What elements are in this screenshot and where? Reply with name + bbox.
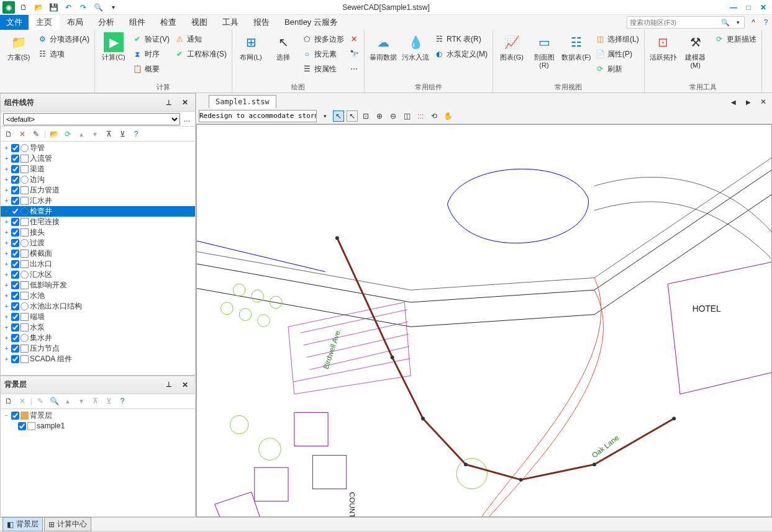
zoom-extent-icon[interactable]: ⊡ xyxy=(360,110,371,122)
doc-close-icon[interactable]: ✕ xyxy=(757,96,770,108)
panel-close-icon[interactable]: ✕ xyxy=(179,96,191,109)
attrs-button[interactable]: 📄属性(P) xyxy=(594,47,640,61)
sort1-icon[interactable]: ⊼ xyxy=(103,128,114,140)
tree-item[interactable]: +集水井 xyxy=(1,333,195,343)
tree-item[interactable]: +低影响开发 xyxy=(1,280,195,291)
close-icon[interactable]: ✕ xyxy=(757,1,770,14)
tab-home[interactable]: 主页 xyxy=(29,15,60,30)
bg-edit-icon[interactable]: ✎ xyxy=(35,395,46,407)
timeseq-button[interactable]: ⧗时序 xyxy=(131,47,171,61)
tree-item[interactable]: +住宅连接 xyxy=(1,217,195,227)
zoom-out-icon[interactable]: ⊖ xyxy=(388,110,399,122)
select-button[interactable]: ↖ 选择 xyxy=(268,32,298,61)
panel2-close-icon[interactable]: ✕ xyxy=(179,379,191,391)
redo-icon[interactable]: ↷ xyxy=(77,1,89,14)
pan-icon[interactable]: ✋ xyxy=(442,110,453,122)
partial-select-button[interactable]: ⚙分项选择(A) xyxy=(36,32,91,46)
tree-item[interactable]: +边沟 xyxy=(1,174,195,185)
up-icon[interactable]: ▴ xyxy=(76,128,87,140)
rtk-button[interactable]: ☵RTK 表(R) xyxy=(433,32,489,46)
bg-new-icon[interactable]: 🗋 xyxy=(3,395,14,407)
bg-help-icon[interactable]: ? xyxy=(117,395,128,407)
tab-analysis[interactable]: 分析 xyxy=(91,15,122,30)
scenario-input[interactable] xyxy=(199,110,317,122)
profile-button[interactable]: ▭ 剖面图(R) xyxy=(529,32,559,70)
bg-sort1-icon[interactable]: ⊼ xyxy=(89,395,101,407)
tree-item[interactable]: +SCADA 组件 xyxy=(1,354,195,364)
storm-button[interactable]: ☁ 暴雨数据 xyxy=(368,32,398,61)
inflow-button[interactable]: 💧 污水入流 xyxy=(401,32,430,61)
print-preview-icon[interactable]: 🔍 xyxy=(92,1,104,14)
pump-def-button[interactable]: ◐水泵定义(M) xyxy=(433,47,489,61)
find-button[interactable]: 🔭 xyxy=(348,47,360,61)
search-ribbon[interactable]: 🔍 ▾ xyxy=(627,16,745,29)
by-elem-button[interactable]: ○按元素 xyxy=(301,47,345,61)
file-tab[interactable]: 文件 xyxy=(0,15,29,30)
bg-del-icon[interactable]: ✕ xyxy=(17,395,28,407)
qat-dropdown-icon[interactable]: ▾ xyxy=(107,1,119,14)
new-file-icon[interactable]: 🗋 xyxy=(3,128,14,140)
notify-button[interactable]: ⚠通知 xyxy=(173,32,228,46)
tree-item[interactable]: +水池 xyxy=(1,291,195,301)
scheme-button[interactable]: 📁 方案(S) xyxy=(4,32,34,61)
options-button[interactable]: ☷选项 xyxy=(36,47,91,61)
tree-item[interactable]: +接头 xyxy=(1,227,195,238)
doc-prev-icon[interactable]: ◀ xyxy=(727,96,740,108)
bottom-tab-bg[interactable]: ◧背景层 xyxy=(2,517,43,531)
verify-button[interactable]: ✔验证(V) xyxy=(131,32,171,46)
tree-item[interactable]: +端墙 xyxy=(1,312,195,322)
refresh-button[interactable]: ⟳刷新 xyxy=(594,62,640,76)
tree-item[interactable]: +出水口 xyxy=(1,259,195,269)
default-select[interactable]: <default> xyxy=(3,113,180,125)
document-tab[interactable]: Sample1.stsw xyxy=(209,95,276,108)
more-draw-button[interactable]: ⋯ xyxy=(348,62,360,76)
layout-button[interactable]: ⊞ 布网(L) xyxy=(236,32,266,61)
by-attr-button[interactable]: ☰按属性 xyxy=(301,62,345,76)
rename-icon[interactable]: ✎ xyxy=(30,128,42,140)
tree-item[interactable]: +入流管 xyxy=(1,153,195,164)
zoom-prev-icon[interactable]: ⟲ xyxy=(429,110,440,122)
bg-sort2-icon[interactable]: ⊻ xyxy=(103,395,114,407)
delete-button[interactable]: ✕ xyxy=(348,32,360,46)
modeler-button[interactable]: ⚒ 建模器(M) xyxy=(681,32,711,70)
tree-item[interactable]: +压力管道 xyxy=(1,185,195,196)
save-icon[interactable]: 💾 xyxy=(47,1,60,14)
undo-icon[interactable]: ↶ xyxy=(62,1,75,14)
refresh2-icon[interactable]: ⟳ xyxy=(62,128,73,140)
map-select-mode-icon[interactable]: ↖ xyxy=(333,110,344,122)
pin2-icon[interactable]: ⊥ xyxy=(163,379,175,391)
zoom-window-icon[interactable]: ◫ xyxy=(401,110,412,122)
tree-item[interactable]: +水池出水口结构 xyxy=(1,301,195,312)
bg-down-icon[interactable]: ▾ xyxy=(76,395,87,407)
scenario-dropdown-icon[interactable]: ▾ xyxy=(319,110,330,122)
tree-item[interactable]: +横截面 xyxy=(1,248,195,259)
tab-components[interactable]: 组件 xyxy=(122,15,153,30)
bg-tree[interactable]: −背景层 sample1 xyxy=(1,409,195,516)
tree-item[interactable]: +过渡 xyxy=(1,238,195,248)
tab-check[interactable]: 检查 xyxy=(153,15,184,30)
open2-icon[interactable]: 📂 xyxy=(48,128,60,140)
down-icon[interactable]: ▾ xyxy=(89,128,101,140)
minimize-icon[interactable]: — xyxy=(727,1,740,14)
ribbon-min-icon[interactable]: ^ xyxy=(747,16,760,29)
symbols-tree[interactable]: +导管+入流管+渠道+边沟+压力管道+汇水井+检查井+住宅连接+接头+过渡+横截… xyxy=(1,142,195,375)
active-topo-button[interactable]: ⊡ 活跃拓扑 xyxy=(648,32,678,61)
std-button[interactable]: ✔工程标准(S) xyxy=(173,47,228,61)
selset-button[interactable]: ◫选择组(L) xyxy=(594,32,640,46)
new-icon[interactable]: 🗋 xyxy=(17,1,30,14)
calc-button[interactable]: ▶ 计算(C) xyxy=(99,32,129,61)
tree-item[interactable]: +汇水区 xyxy=(1,269,195,280)
tree-item[interactable]: +检查井 xyxy=(1,206,195,217)
help2-icon[interactable]: ? xyxy=(130,128,142,140)
by-poly-button[interactable]: ⬠按多边形 xyxy=(301,32,345,46)
tree-item[interactable]: +压力节点 xyxy=(1,343,195,354)
tree-item[interactable]: +汇水井 xyxy=(1,196,195,206)
zoom-sel-icon[interactable]: ::: xyxy=(415,110,426,122)
tree-item[interactable]: +导管 xyxy=(1,143,195,153)
search-input[interactable] xyxy=(627,19,719,26)
tree-item[interactable]: +水泵 xyxy=(1,322,195,333)
update-desc-button[interactable]: ⟳更新描述 xyxy=(713,32,758,46)
tree-item[interactable]: +渠道 xyxy=(1,164,195,174)
tab-layout[interactable]: 布局 xyxy=(60,15,91,30)
sort2-icon[interactable]: ⊻ xyxy=(117,128,128,140)
